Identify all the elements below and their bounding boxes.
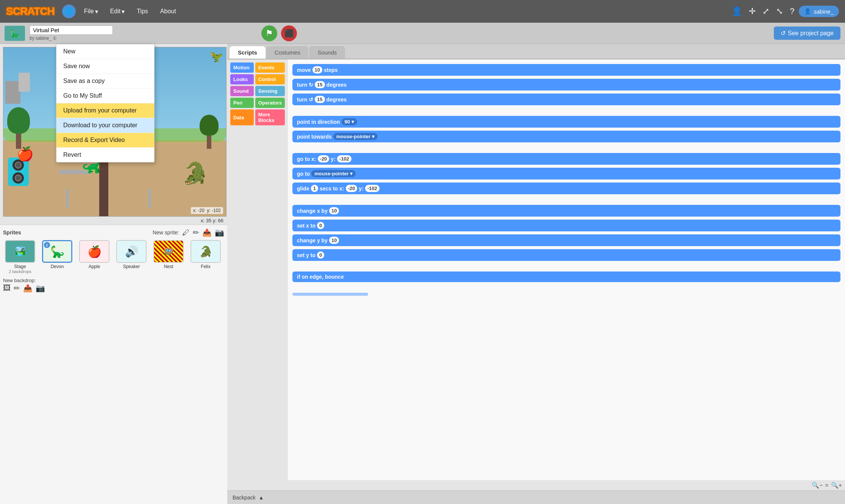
pen-label: Pen bbox=[233, 100, 242, 106]
menu-item-save-now[interactable]: Save now bbox=[56, 59, 154, 74]
zoom-controls: 🔍− = 🔍+ bbox=[227, 480, 845, 490]
stage-thumbnail: 🏞️ bbox=[5, 240, 35, 263]
tab-costumes[interactable]: Costumes bbox=[266, 46, 309, 59]
menu-item-record-export[interactable]: Record & Export Video bbox=[56, 133, 154, 148]
blocks-container: Motion Events Looks Control Sound Sensin… bbox=[227, 59, 845, 480]
backdrop-gallery-icon[interactable]: 🖼 bbox=[3, 284, 11, 293]
block-change-x[interactable]: change x by 10 bbox=[292, 205, 840, 217]
zoom-out-button[interactable]: 🔍− bbox=[812, 482, 823, 489]
category-motion[interactable]: Motion bbox=[230, 62, 254, 73]
sprite-item-devon[interactable]: ℹ 🦕 Devon bbox=[40, 240, 74, 274]
menu-item-new[interactable]: New bbox=[56, 44, 154, 59]
about-menu-button[interactable]: About bbox=[156, 6, 180, 17]
block-point-direction[interactable]: point in direction 90 ▾ bbox=[292, 116, 840, 128]
help-icon[interactable]: ? bbox=[790, 6, 794, 16]
sprites-panel: Sprites New sprite: 🖊 ✏ 📤 📷 🏞️ Stage 2 b… bbox=[0, 225, 227, 504]
block-set-y[interactable]: set y to 0 bbox=[292, 249, 840, 261]
username-label: sabine_ bbox=[814, 8, 834, 15]
block-change-y[interactable]: change y by 10 bbox=[292, 234, 840, 246]
nest-label: Nest bbox=[164, 264, 173, 269]
block-go-to-xy[interactable]: go to x: -20 y: -102 bbox=[292, 153, 840, 165]
chevron-down-icon: ▾ bbox=[95, 8, 98, 15]
stage-coord-display: x: -20 y: -102 bbox=[191, 207, 223, 214]
tab-scripts[interactable]: Scripts bbox=[230, 46, 266, 59]
category-control[interactable]: Control bbox=[255, 74, 285, 84]
add-icon[interactable]: ✛ bbox=[749, 6, 756, 16]
category-data[interactable]: Data bbox=[230, 109, 254, 125]
block-go-to[interactable]: go to mouse-pointer ▾ bbox=[292, 168, 840, 179]
sprite-item-apple[interactable]: 🍎 Apple bbox=[77, 240, 111, 274]
green-flag-button[interactable]: ⚑ bbox=[261, 25, 277, 41]
block-turn-cw[interactable]: turn ↻ 15 degrees bbox=[292, 79, 840, 91]
user-menu[interactable]: 👤 sabine_ bbox=[799, 6, 839, 17]
language-button[interactable]: 🌐 bbox=[62, 5, 76, 18]
block-gap-4 bbox=[292, 264, 840, 268]
top-navigation: SCRATCH 🌐 File ▾ Edit ▾ Tips About 👤 ✛ ⤢… bbox=[0, 0, 845, 23]
sprite-item-speaker[interactable]: 🔊 Speaker bbox=[114, 240, 148, 274]
refresh-icon: ↺ bbox=[781, 30, 786, 37]
events-label: Events bbox=[258, 65, 275, 70]
zoom-reset-button[interactable]: = bbox=[825, 482, 828, 489]
new-sprite-camera[interactable]: 📷 bbox=[215, 228, 224, 237]
profile-icon[interactable]: 👤 bbox=[732, 6, 742, 16]
category-more-blocks[interactable]: More Blocks bbox=[255, 109, 285, 125]
felix-label: Felix bbox=[201, 264, 210, 269]
stop-button[interactable]: ⬛ bbox=[281, 25, 297, 41]
fullscreen-icon[interactable]: ⤢ bbox=[762, 6, 769, 16]
new-sprite-select[interactable]: ✏ bbox=[193, 228, 199, 237]
scripts-area: Scripts Costumes Sounds Motion Events Lo… bbox=[227, 44, 845, 504]
sprite-item-stage[interactable]: 🏞️ Stage 2 backdrops bbox=[3, 240, 37, 274]
operators-label: Operators bbox=[258, 100, 282, 106]
tips-menu-button[interactable]: Tips bbox=[133, 6, 152, 17]
category-events[interactable]: Events bbox=[255, 62, 285, 73]
menu-item-save-copy[interactable]: Save as a copy bbox=[56, 74, 154, 89]
menu-item-upload[interactable]: Upload from your computer bbox=[56, 103, 154, 118]
file-menu-button[interactable]: File ▾ bbox=[80, 6, 102, 17]
felix-thumbnail: 🐊 bbox=[191, 240, 221, 263]
sound-label: Sound bbox=[233, 88, 248, 94]
block-turn-ccw[interactable]: turn ↺ 15 degrees bbox=[292, 94, 840, 105]
sensing-label: Sensing bbox=[258, 88, 278, 94]
backdrop-upload-icon[interactable]: 📤 bbox=[23, 284, 33, 293]
shrink-icon[interactable]: ⤡ bbox=[776, 6, 783, 16]
see-project-button[interactable]: ↺ See project page bbox=[774, 27, 840, 40]
category-sound[interactable]: Sound bbox=[230, 86, 254, 96]
nav-icon-group: 👤 ✛ ⤢ ⤡ ? bbox=[732, 6, 794, 16]
backpack-bar[interactable]: Backpack ▲ bbox=[227, 490, 845, 504]
block-set-x[interactable]: set x to 0 bbox=[292, 220, 840, 231]
new-sprite-upload[interactable]: 📤 bbox=[202, 228, 212, 237]
backdrop-camera-icon[interactable]: 📷 bbox=[36, 284, 45, 293]
category-pen[interactable]: Pen bbox=[230, 98, 254, 108]
tab-sounds[interactable]: Sounds bbox=[309, 46, 345, 59]
backpack-label: Backpack bbox=[233, 495, 256, 501]
sprites-header: Sprites New sprite: 🖊 ✏ 📤 📷 bbox=[3, 228, 224, 237]
project-thumbnail: 🦕 bbox=[5, 26, 25, 41]
category-sensing[interactable]: Sensing bbox=[255, 86, 285, 96]
menu-item-go-my-stuff[interactable]: Go to My Stuff bbox=[56, 89, 154, 103]
sprite-item-felix[interactable]: 🐊 Felix bbox=[189, 240, 223, 274]
project-title-input[interactable] bbox=[30, 25, 113, 35]
block-if-on-edge[interactable]: if on edge, bounce bbox=[292, 272, 840, 282]
sprite-item-nest[interactable]: 🪺 Nest bbox=[152, 240, 186, 274]
menu-item-download[interactable]: Download to your computer bbox=[56, 118, 154, 133]
category-looks[interactable]: Looks bbox=[230, 74, 254, 84]
scripts-workspace[interactable]: move 10 steps turn ↻ 15 degrees turn ↺ 1… bbox=[288, 59, 845, 480]
new-sprite-draw[interactable]: 🖊 bbox=[182, 228, 190, 237]
edit-menu-button[interactable]: Edit ▾ bbox=[106, 6, 129, 17]
zoom-in-button[interactable]: 🔍+ bbox=[831, 482, 842, 489]
backdrop-icons: 🖼 ✏ 📤 📷 bbox=[3, 284, 224, 293]
info-badge[interactable]: ℹ bbox=[44, 242, 50, 248]
speaker-thumbnail: 🔊 bbox=[116, 240, 147, 263]
category-operators[interactable]: Operators bbox=[255, 98, 285, 108]
block-move[interactable]: move 10 steps bbox=[292, 64, 840, 76]
block-glide[interactable]: glide 1 secs to x: -20 y: -102 bbox=[292, 183, 840, 194]
flag-icon: ⚑ bbox=[266, 28, 273, 38]
block-point-towards[interactable]: point towards mouse-pointer ▾ bbox=[292, 131, 840, 142]
menu-item-revert[interactable]: Revert bbox=[56, 148, 154, 162]
more-blocks-label: More Blocks bbox=[258, 112, 282, 123]
block-gap-5 bbox=[292, 285, 840, 290]
apple-thumbnail: 🍎 bbox=[79, 240, 109, 263]
sprites-title: Sprites bbox=[3, 229, 21, 236]
block-gap-3 bbox=[292, 197, 840, 202]
backdrop-draw-icon[interactable]: ✏ bbox=[14, 284, 20, 293]
